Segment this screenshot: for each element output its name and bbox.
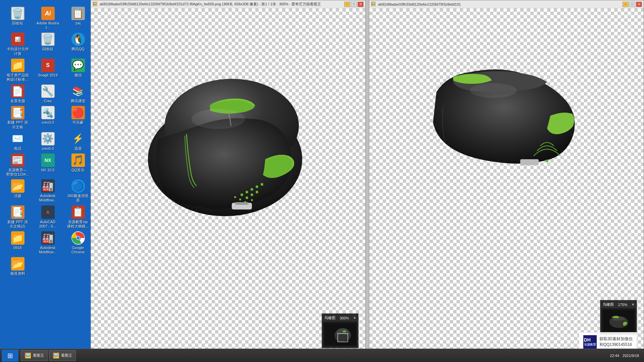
ppt2-label: 新建 PPT 演示文稿(2) <box>7 220 28 229</box>
360-icon: 🔵 <box>71 179 85 193</box>
desktop-icon-snagit[interactable]: S Snagit 2019 <box>35 59 60 82</box>
mouse-image-right <box>386 25 621 193</box>
close-button-left[interactable]: ✕ <box>358 2 364 7</box>
autocad-label: AutoCAD2007 - S... <box>39 220 56 229</box>
xunlei-label: 迅雷 <box>74 146 82 151</box>
desktop-icon-creo[interactable]: 🔧 Creo <box>35 84 60 103</box>
wechat-icon: 💬 <box>71 59 85 72</box>
taskbar-item-viewer1[interactable]: 🖼️ 看图王 <box>21 350 48 361</box>
thumbnail-close-right[interactable]: ✕ <box>632 303 634 306</box>
autocad-icon: A <box>41 205 55 219</box>
creo-label: Creo <box>44 99 52 103</box>
desktop-icon-recycle2[interactable]: 🗑️ 回收站 <box>35 33 60 56</box>
duoyu-label: 名英专题 <box>10 99 25 103</box>
card-design-icon: 📊 <box>11 33 24 46</box>
dongyuan-icon: 📰 <box>11 154 24 167</box>
thumbnail-close-left[interactable]: ✕ <box>353 316 356 320</box>
desktop-icon-email[interactable]: ✉️ 电话 <box>5 132 30 151</box>
desktop-icon-dongyuan[interactable]: 📰 东源教育—野荣仪1234... <box>5 154 30 177</box>
taskbar-item-viewer2[interactable]: 🖼️ 看图王 <box>49 350 76 361</box>
window-controls-right: ─ □ ✕ <box>623 2 642 7</box>
maximize-button-left[interactable]: □ <box>351 2 357 7</box>
card-label: 卡扣设计元件计算 <box>7 47 29 56</box>
thumbnail-label-left: 鸟瞰图 <box>324 315 335 320</box>
svg-point-27 <box>470 83 517 98</box>
creo3-icon: 🔩 <box>41 106 55 119</box>
ppt2-icon: 📑 <box>11 205 24 219</box>
desktop-icon-kelehao[interactable]: 🔴 可乐豪 <box>65 106 91 129</box>
taskbar-viewer1-label: 看图王 <box>33 353 44 358</box>
canvas-left[interactable]: 鸟瞰图 300% ✕ <box>91 8 365 355</box>
svg-rect-26 <box>520 159 539 165</box>
taskbar-right: 22:44 2021/9/18 <box>610 354 642 358</box>
start-button[interactable]: ⊞ <box>2 350 18 362</box>
huopan-label: 活篇 <box>14 194 21 198</box>
desktop-icon-chrome[interactable]: GoogleChrome <box>65 231 91 254</box>
svg-point-20 <box>192 109 245 129</box>
desktop-icon-creo5[interactable]: ⚙️ creo5.0 <box>35 132 60 151</box>
snagit-icon: S <box>41 59 55 72</box>
thumbnail-label-right: 鸟瞰图 <box>603 302 614 307</box>
thumbnail-panel-right: 鸟瞰图 175% ✕ <box>600 300 637 335</box>
desktop-icon-huopan[interactable]: 📂 活篇 <box>5 179 30 202</box>
thumbnail-zoom-left: 300% <box>339 316 349 320</box>
title-text-right: a682d9babe03ffc59d8120e6e1320fd79f1b9ebf… <box>378 2 623 6</box>
0918-label: 0918 <box>13 246 21 250</box>
huopan-icon: 📂 <box>11 179 24 193</box>
kelehao-icon: 🔴 <box>71 106 85 119</box>
svg-point-3 <box>76 236 80 240</box>
desktop-icon-tencent-class[interactable]: 📚 腾讯课堂 <box>65 84 91 103</box>
xunlei-icon: ⚡ <box>71 132 85 145</box>
dongyuan-vip-icon: 📋 <box>71 205 85 219</box>
svg-rect-19 <box>235 202 249 205</box>
desktop-icon-recycle[interactable]: 🗑️ 回收站 <box>5 7 30 30</box>
maximize-button-right[interactable]: □ <box>629 2 635 7</box>
svg-point-25 <box>546 160 548 162</box>
ppt-label: 新建 PPT 演示文稿 <box>7 120 28 129</box>
desktop-icon-ppt[interactable]: 📑 新建 PPT 演示文稿 <box>5 106 30 129</box>
desktop-icon-autocad[interactable]: A AutoCAD2007 - S... <box>35 205 60 229</box>
thumbnail-panel-left: 鸟瞰图 300% ✕ <box>322 313 359 348</box>
muju-label: 模具资料 <box>10 272 25 276</box>
product-icon: 📁 <box>11 59 24 72</box>
desktop-icon-qq[interactable]: 🐧 腾讯QQ <box>65 33 91 56</box>
desktop-icon-moldflow[interactable]: 🏭 AutodeskMoldflow... <box>35 179 60 202</box>
desktop-icon-card[interactable]: 📊 卡扣设计元件计算 <box>5 33 30 56</box>
minimize-button-left[interactable]: ─ <box>344 2 350 7</box>
window-left: 🖼️ a682d9babe03ffc59d8120e6e1320fd79f1b9… <box>91 0 366 355</box>
svg-point-12 <box>240 193 243 196</box>
desktop-icon-qqmusic[interactable]: 🎵 QQ音乐 <box>65 154 91 177</box>
desktop-icon-dongyuan-vip[interactable]: 📋 东源教育vip课程大纲模... <box>65 205 91 229</box>
zwj-label: zwj <box>75 21 81 25</box>
desktop-icon-product[interactable]: 📁 电子类产品组构设计标准... <box>5 59 30 82</box>
title-text-left: a682d9babe03ffc59d8120e6e1320fd79f1b9ebf… <box>100 2 344 7</box>
desktop-icon-moldflow2[interactable]: 🏭 AutodeskMoldflow... <box>35 231 60 254</box>
desktop-icon-zwj[interactable]: 📋 zwj <box>65 7 91 30</box>
desktop-icon-0918[interactable]: 📁 0918 <box>5 231 30 254</box>
desktop-icon-xunlei[interactable]: ⚡ 迅雷 <box>65 132 91 151</box>
desktop-icon-wechat[interactable]: 💬 微信 <box>65 59 91 82</box>
0918-icon: 📁 <box>11 231 24 245</box>
desktop-icon-ppt2[interactable]: 📑 新建 PPT 演示文稿(2) <box>5 205 30 229</box>
promo-line1: 获取3D素材加微信 <box>599 336 633 342</box>
svg-point-13 <box>246 196 248 199</box>
desktop-icon-duoyu[interactable]: 📄 名英专题 <box>5 84 30 103</box>
desktop-icon-muju[interactable]: 📂 模具资料 <box>5 257 30 276</box>
taskbar-date: 2021/9/18 <box>623 354 639 358</box>
tencent-class-icon: 📚 <box>71 84 85 98</box>
app-icon-right: 🖼️ <box>371 2 376 7</box>
moldflow2-label: AutodeskMoldflow... <box>39 246 57 254</box>
promo-text: 获取3D素材加微信 和QQ1390145516 <box>599 336 633 348</box>
main-area: 🖼️ a682d9babe03ffc59d8120e6e1320fd79f1b9… <box>91 0 644 362</box>
desktop-icon-ai[interactable]: Ai Adobe Illustrat... <box>35 7 60 30</box>
zwj-icon: 📋 <box>71 7 85 20</box>
canvas-right[interactable]: 鸟瞰图 175% ✕ D <box>369 8 644 355</box>
desktop-icon-360[interactable]: 🔵 360极速浏览器 <box>65 179 91 202</box>
desktop-icon-creo3[interactable]: 🔩 creo3.0 <box>35 106 60 129</box>
svg-point-6 <box>251 188 253 191</box>
desktop-icon-nx[interactable]: NX NX 10.0 <box>35 154 60 177</box>
minimize-button-right[interactable]: ─ <box>623 2 629 7</box>
dongyuan-vip-label: 东源教育vip课程大纲模... <box>67 220 89 229</box>
close-button-right[interactable]: ✕ <box>636 2 642 7</box>
qq-label: 腾讯QQ <box>71 47 85 51</box>
